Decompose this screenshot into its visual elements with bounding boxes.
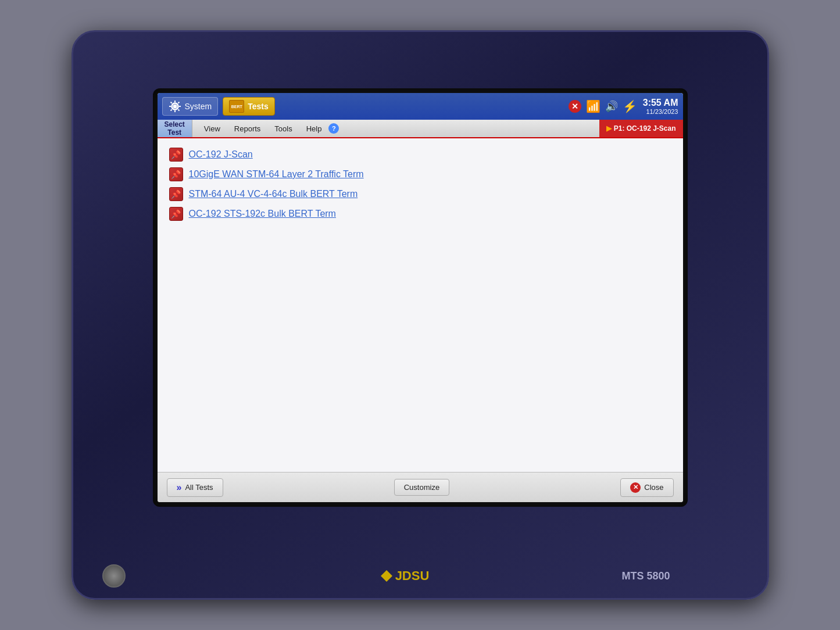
device-body: System BERT Tests ✕ 📶 🔊 ⚡ bbox=[72, 30, 769, 600]
screen-bezel: System BERT Tests ✕ 📶 🔊 ⚡ bbox=[153, 88, 688, 507]
clock-date: 11/23/2023 bbox=[643, 108, 678, 115]
customize-label: Customize bbox=[404, 483, 439, 492]
title-bar-right: ✕ 📶 🔊 ⚡ 3:55 AM 11/23/2023 bbox=[569, 98, 678, 115]
title-bar: System BERT Tests ✕ 📶 🔊 ⚡ bbox=[158, 93, 683, 120]
close-button[interactable]: ✕ Close bbox=[620, 478, 673, 497]
bert-icon: BERT bbox=[229, 100, 244, 113]
list-item[interactable]: 📌 OC-192 STS-192c Bulk BERT Term bbox=[169, 207, 671, 221]
tests-label: Tests bbox=[248, 102, 269, 111]
play-icon: ▶ bbox=[606, 124, 612, 133]
all-tests-button[interactable]: » All Tests bbox=[167, 478, 223, 497]
pin-icon: 📌 bbox=[169, 148, 183, 162]
menu-bar: Select Test View Reports Tools Help ? ▶ … bbox=[158, 120, 683, 138]
system-label: System bbox=[185, 102, 212, 111]
list-item[interactable]: 📌 10GigE WAN STM-64 Layer 2 Traffic Term bbox=[169, 167, 671, 181]
close-icon: ✕ bbox=[630, 482, 641, 493]
screen: System BERT Tests ✕ 📶 🔊 ⚡ bbox=[158, 93, 683, 502]
list-item[interactable]: 📌 OC-192 J-Scan bbox=[169, 148, 671, 162]
menu-tools[interactable]: Tools bbox=[267, 119, 299, 138]
status-icons: ✕ 📶 🔊 ⚡ bbox=[569, 99, 637, 113]
menu-items: View Reports Tools Help ? bbox=[192, 119, 344, 138]
customize-button[interactable]: Customize bbox=[394, 479, 449, 496]
wifi-icon: 📶 bbox=[586, 99, 600, 113]
sound-icon: 🔊 bbox=[605, 100, 618, 113]
menu-reports[interactable]: Reports bbox=[227, 119, 268, 138]
clock-time: 3:55 AM bbox=[643, 98, 678, 108]
port-status: ▶ P1: OC-192 J-Scan bbox=[599, 120, 683, 137]
pin-icon: 📌 bbox=[169, 167, 183, 181]
jdsu-logo: JDSU bbox=[380, 568, 430, 584]
system-button[interactable]: System bbox=[162, 97, 219, 116]
pin-icon: 📌 bbox=[169, 187, 183, 201]
close-label: Close bbox=[644, 483, 663, 492]
pin-icon: 📌 bbox=[169, 207, 183, 221]
all-tests-label: All Tests bbox=[185, 483, 213, 492]
bottom-knob[interactable] bbox=[102, 564, 126, 588]
bottom-bar: » All Tests Customize ✕ Close bbox=[158, 472, 683, 502]
arrows-icon: » bbox=[177, 482, 182, 493]
test-link-1[interactable]: OC-192 J-Scan bbox=[189, 149, 253, 160]
list-item[interactable]: 📌 STM-64 AU-4 VC-4-64c Bulk BERT Term bbox=[169, 187, 671, 201]
svg-point-0 bbox=[173, 105, 177, 109]
gear-icon bbox=[169, 100, 181, 113]
test-link-3[interactable]: STM-64 AU-4 VC-4-64c Bulk BERT Term bbox=[189, 189, 358, 199]
help-icon[interactable]: ? bbox=[328, 123, 339, 134]
svg-marker-2 bbox=[381, 570, 392, 582]
test-link-4[interactable]: OC-192 STS-192c Bulk BERT Term bbox=[189, 209, 336, 219]
time-display: 3:55 AM 11/23/2023 bbox=[643, 98, 678, 115]
battery-icon: ⚡ bbox=[623, 99, 637, 113]
test-link-2[interactable]: 10GigE WAN STM-64 Layer 2 Traffic Term bbox=[189, 169, 364, 180]
menu-view[interactable]: View bbox=[197, 119, 227, 138]
title-bar-left: System BERT Tests bbox=[162, 97, 275, 116]
model-label: MTS 5800 bbox=[621, 570, 670, 582]
tests-button[interactable]: BERT Tests bbox=[223, 97, 275, 116]
content-area: 📌 OC-192 J-Scan 📌 10GigE WAN STM-64 Laye… bbox=[158, 138, 683, 472]
select-test-button[interactable]: Select Test bbox=[158, 120, 192, 137]
test-list: 📌 OC-192 J-Scan 📌 10GigE WAN STM-64 Laye… bbox=[169, 148, 671, 221]
error-icon: ✕ bbox=[569, 100, 581, 113]
jdsu-diamond-icon bbox=[380, 570, 393, 582]
menu-help[interactable]: Help bbox=[299, 119, 329, 138]
